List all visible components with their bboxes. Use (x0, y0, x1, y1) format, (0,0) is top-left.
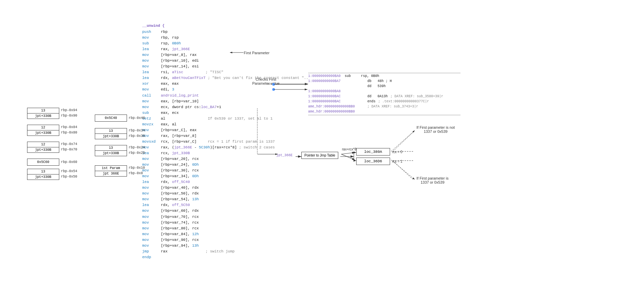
asm-line: mov edi, 3 (142, 87, 328, 92)
asm-line: mov [rbp+var_34], 0Dh (142, 173, 328, 179)
asm-line: endp (142, 254, 328, 260)
operand: rsp, 0B0h (161, 41, 181, 46)
operand: [rbp+var_54], 13h (161, 197, 199, 202)
mnemonic: mov (142, 185, 161, 191)
asm-line: movzx eax, al (142, 122, 328, 127)
stack-box-top: 13 (95, 128, 127, 134)
stack-box: 0x5C60 (27, 159, 59, 166)
operand: [rbp+var_40], rdx (161, 185, 199, 191)
mnemonic: call (142, 93, 161, 99)
operand: [rbp+var_C], eax (161, 127, 197, 133)
stack-box-top: 13 (27, 169, 59, 174)
mnemonic: push (142, 29, 161, 35)
mnemonic: lea (142, 69, 161, 75)
asm-line: lea rsi, aTisc ; "TISC" (142, 69, 328, 75)
operand: rcx, [rbp+var_C] rcx = 1 if first param … (161, 139, 275, 145)
stack-box-top: 1st Param (95, 166, 127, 171)
svg-line-8 (393, 161, 413, 180)
stack-box-top: 13 (27, 108, 59, 114)
mnemonic: mov (142, 145, 161, 150)
mnemonic: mov (142, 208, 161, 214)
stack-label: rbp-0x34 (129, 129, 145, 132)
hex-divider-bottom (308, 115, 460, 115)
first-param-annotation: First Parameter (244, 51, 270, 55)
asm-line: mov [rbp+var_60], rdx (142, 208, 328, 214)
rcx-1-label: rcx = 1 (392, 160, 402, 163)
mnemonic: movzx (142, 122, 161, 127)
asm-line: mov [rbp+var_94], 13h (142, 243, 328, 249)
mnemonic: mov (142, 168, 161, 173)
asm-line: mov eax, [rbp+var_10] (142, 99, 328, 104)
asm-line: mov [rbp+var_24], 0Dh (142, 162, 328, 168)
asm-line: lea rcx, jpt_330B (142, 150, 328, 156)
operand: [rbp+var_94], 13h (161, 243, 199, 249)
stack-label: rbp-0x30 (129, 134, 145, 138)
mnemonic: mov (142, 173, 161, 179)
svg-line-6 (393, 132, 413, 151)
if-not-1337-annotation: If First parameter is not 1337 or 0x539 (416, 125, 455, 133)
mnemonic: mov (142, 133, 161, 139)
mnemonic: mov (142, 35, 161, 41)
asm-line: sub rsp, 0B0h (142, 41, 328, 46)
stack-col1-row2: 12 jpt+330B rbp-0x84 rbp-0x80 (27, 125, 59, 136)
func-header: __unwind { (142, 24, 328, 28)
svg-line-19 (341, 154, 355, 160)
asm-line: mov [rbp+var_30], rcx (142, 168, 328, 173)
svg-line-20 (391, 130, 415, 151)
asm-line: mov [rbp+var_50], rdx (142, 191, 328, 197)
stack-col1-row5: 13 jpt+330B rbp-0x54 rbp-0x50 (27, 169, 59, 180)
loc-380a-box: loc_380A (356, 148, 390, 158)
asm-line: xor eax, eax (142, 81, 328, 87)
hex-divider-top (308, 73, 460, 73)
operand: eax, ecx (161, 110, 179, 116)
stack-label: rbp-0x10 (129, 166, 145, 170)
asm-line: mov rbp, rsp (142, 35, 328, 41)
mnemonic: lea (142, 75, 161, 81)
operand: rax, jpt_366E (161, 46, 190, 52)
rcx-0-label: rcx = 0 (392, 150, 402, 154)
asm-line: mov [rbp+var_10], edi (142, 58, 328, 64)
mnemonic: endp (142, 254, 161, 260)
stack-box: 12 jpt+330B (27, 142, 59, 153)
stack-col1-row4: 0x5C60 rbp-0x60 (27, 159, 59, 166)
hex-line: 1:00000000000BA7 db 48h ; H (308, 79, 460, 84)
stack-label: rbp-0x84 (61, 125, 77, 129)
mnemonic: mov (142, 237, 161, 243)
asm-line: call android_log_print (142, 93, 328, 99)
checks-first-annotation: Checks First Parameter value (252, 77, 280, 85)
mnemonic: movsxd (142, 139, 161, 145)
stack-box: 13 jpt+330B (27, 108, 59, 119)
operand: [rbp+var_8], rax (161, 52, 197, 58)
asm-line: lea rdx, off_5C50 (142, 202, 328, 208)
stack-box: 0x5C40 (95, 115, 127, 122)
mnemonic: mov (142, 220, 161, 226)
hex-section: 1:00000000000BA0 sub rsp, 0B0h 1:0000000… (308, 73, 460, 115)
operand: [rbp+var_14], esi (161, 64, 199, 69)
mnemonic: mov (142, 162, 161, 168)
asm-line: lea rdx, off_5C40 (142, 179, 328, 185)
operand: [rbp+var_84], 12h (161, 231, 199, 237)
stack-box-bottom: jpt+330B (95, 151, 127, 156)
mnemonic: lea (142, 46, 161, 52)
operand: rax, (jpt_366E - 5C30h)[rax+rcx*8] ; swi… (161, 145, 275, 150)
mnemonic: mov (142, 64, 161, 69)
asm-line: mov [rbp+var_C], eax (142, 127, 328, 133)
asm-line: mov [rbp+var_90], rcx (142, 237, 328, 243)
mnemonic: lea (142, 202, 161, 208)
asm-line: mov [rbp+var_20], rcx (142, 156, 328, 162)
mnemonic: mov (142, 214, 161, 220)
operand: [rbp+var_34], 0Dh (161, 173, 199, 179)
stack-box-bottom: jpt+330B (95, 134, 127, 139)
asm-line: push rbp (142, 29, 328, 35)
mnemonic: xor (142, 81, 161, 87)
loc-36d6-box: loc_36D6 (356, 158, 390, 167)
hex-line: 1:00000000000BAC dd 0A13h ; DATA XREF: s… (308, 94, 460, 99)
mnemonic: mov (142, 226, 161, 231)
asm-line: mov [rbp+var_84], 12h (142, 231, 328, 237)
operand: rax, [rbp+var_8] (161, 133, 197, 139)
mnemonic: mov (142, 104, 161, 110)
stack-box-top: 12 (27, 142, 59, 147)
operand: [rbp+var_24], 0Dh (161, 162, 199, 168)
operand: [rbp+var_90], rcx (161, 237, 199, 243)
operand: [rbp+var_74], rcx (161, 220, 199, 226)
